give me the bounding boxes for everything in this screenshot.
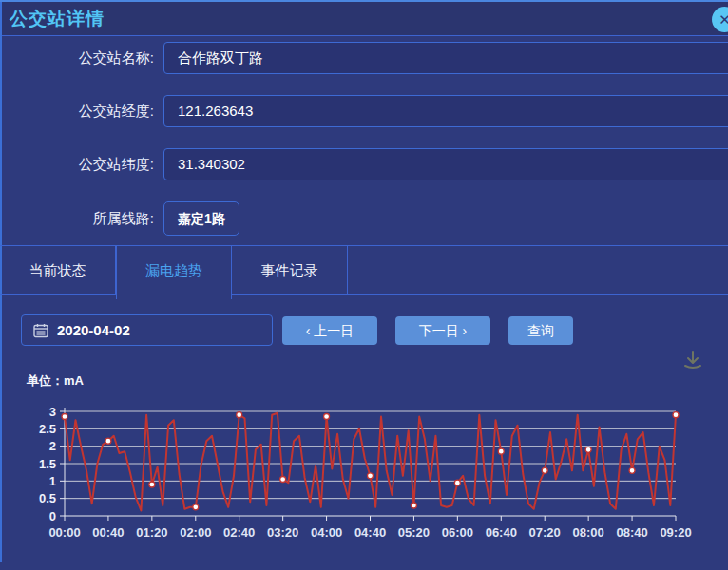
station-longitude-label: 公交站经度:	[0, 95, 154, 127]
svg-text:07:20: 07:20	[529, 525, 561, 540]
line-tag-button[interactable]: 嘉定1路	[163, 201, 239, 236]
station-latitude-label: 公交站纬度:	[0, 148, 154, 180]
svg-text:08:00: 08:00	[573, 525, 604, 540]
calendar-icon	[33, 323, 48, 338]
title-bar: 公交站详情	[2, 2, 728, 36]
svg-text:2: 2	[49, 439, 56, 453]
station-name-label: 公交站名称:	[0, 42, 154, 74]
station-longitude-input[interactable]: 121.263643	[163, 95, 728, 127]
download-icon[interactable]	[680, 348, 705, 372]
station-name-input[interactable]: 合作路双丁路	[163, 42, 728, 74]
svg-text:0.5: 0.5	[39, 491, 56, 505]
query-button[interactable]: 查询	[508, 316, 573, 345]
tab-leakage-trend[interactable]: 漏电趋势	[116, 246, 232, 299]
chart-unit-label: 单位：mA	[27, 372, 84, 390]
date-value: 2020-04-02	[57, 322, 130, 338]
svg-text:01:20: 01:20	[136, 525, 167, 540]
svg-text:04:40: 04:40	[354, 525, 386, 540]
page-title: 公交站详情	[10, 2, 105, 36]
date-picker-input[interactable]: 2020-04-02	[21, 314, 273, 346]
svg-text:03:20: 03:20	[267, 525, 298, 540]
svg-text:06:00: 06:00	[442, 525, 473, 540]
tab-current-status[interactable]: 当前状态	[0, 246, 116, 294]
line-label: 所属线路:	[0, 202, 154, 235]
svg-text:2.5: 2.5	[39, 422, 56, 436]
svg-text:00:00: 00:00	[48, 525, 80, 540]
svg-text:00:40: 00:40	[92, 525, 124, 540]
previous-day-button[interactable]: ‹ 上一日	[282, 316, 377, 345]
tab-bar: 当前状态 漏电趋势 事件记录	[0, 245, 728, 298]
leakage-trend-chart: 00.511.522.5300:0000:4001:2002:0002:4003…	[19, 395, 709, 549]
bus-station-detail-panel: 公交站详情 ✕ 公交站名称: 合作路双丁路 公交站经度: 121.263643 …	[0, 0, 728, 570]
svg-text:3: 3	[49, 405, 56, 419]
svg-text:09:20: 09:20	[660, 525, 691, 540]
svg-text:02:00: 02:00	[180, 525, 211, 540]
svg-text:04:00: 04:00	[311, 525, 342, 540]
svg-text:06:40: 06:40	[486, 525, 517, 540]
svg-text:05:20: 05:20	[398, 525, 430, 540]
station-latitude-input[interactable]: 31.340302	[163, 148, 728, 180]
trend-line-chart-svg: 00.511.522.5300:0000:4001:2002:0002:4003…	[19, 395, 709, 549]
svg-text:1.5: 1.5	[39, 457, 56, 471]
svg-text:08:40: 08:40	[616, 525, 647, 540]
tab-bar-filler	[348, 246, 728, 294]
tab-event-records[interactable]: 事件记录	[232, 246, 348, 294]
next-day-button[interactable]: 下一日 ›	[395, 316, 490, 345]
svg-text:0: 0	[49, 509, 56, 523]
svg-text:02:40: 02:40	[223, 525, 255, 540]
svg-text:1: 1	[49, 474, 56, 488]
